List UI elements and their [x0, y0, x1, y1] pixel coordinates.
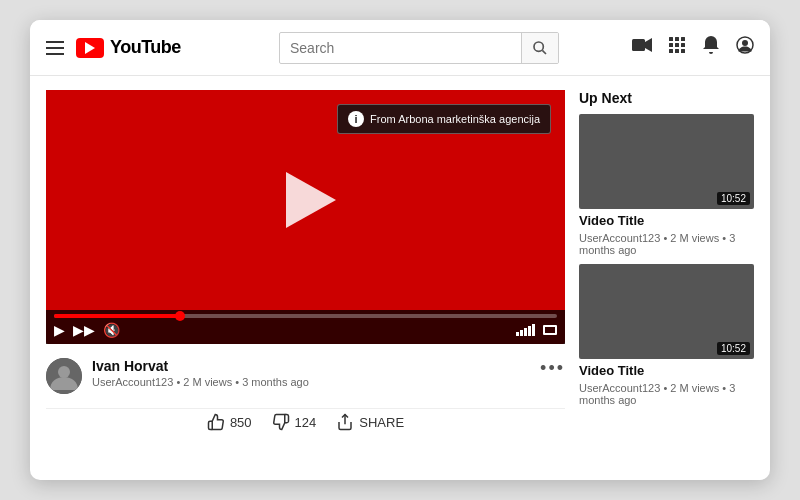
- youtube-logo[interactable]: YouTube: [76, 37, 181, 58]
- channel-details: Ivan Horvat UserAccount123 • 2 M views •…: [92, 358, 309, 388]
- svg-rect-12: [681, 49, 685, 53]
- more-options-icon[interactable]: •••: [540, 358, 565, 379]
- progress-dot: [175, 311, 185, 321]
- fullscreen-icon[interactable]: [543, 325, 557, 335]
- share-icon: [336, 413, 354, 431]
- youtube-logo-icon: [76, 38, 104, 58]
- next-icon[interactable]: ▶▶: [73, 322, 95, 338]
- svg-rect-6: [681, 37, 685, 41]
- sidebar-duration-2: 10:52: [717, 342, 750, 355]
- svg-rect-8: [675, 43, 679, 47]
- like-button[interactable]: 850: [207, 413, 252, 431]
- video-section: i From Arbona marketinška agencija ▶ ▶▶ …: [46, 90, 565, 466]
- thumbs-down-icon: [272, 413, 290, 431]
- info-icon: i: [348, 111, 364, 127]
- up-next-label: Up Next: [579, 90, 754, 106]
- sidebar-video-title-2: Video Title: [579, 363, 754, 378]
- main-content: i From Arbona marketinška agencija ▶ ▶▶ …: [30, 76, 770, 480]
- channel-info: Ivan Horvat UserAccount123 • 2 M views •…: [46, 354, 565, 398]
- user-icon[interactable]: [736, 36, 754, 59]
- search-bar: [279, 32, 559, 64]
- svg-rect-2: [632, 39, 645, 51]
- svg-rect-5: [675, 37, 679, 41]
- svg-point-0: [534, 42, 543, 51]
- navbar-right: [632, 35, 754, 60]
- video-player-wrapper: i From Arbona marketinška agencija ▶ ▶▶ …: [46, 90, 565, 344]
- channel-meta: UserAccount123 • 2 M views • 3 months ag…: [92, 376, 309, 388]
- play-icon[interactable]: ▶: [54, 322, 65, 338]
- play-button-large[interactable]: [286, 172, 336, 228]
- search-input[interactable]: [280, 40, 521, 56]
- svg-rect-10: [669, 49, 673, 53]
- sidebar-video-2[interactable]: 10:52 Video Title UserAccount123 • 2 M v…: [579, 264, 754, 406]
- svg-line-1: [542, 50, 546, 54]
- sidebar-video-meta-1: UserAccount123 • 2 M views • 3 months ag…: [579, 232, 754, 256]
- sidebar-thumb-2[interactable]: 10:52: [579, 264, 754, 359]
- dislike-button[interactable]: 124: [272, 413, 317, 431]
- progress-bar[interactable]: [54, 314, 557, 318]
- sidebar-video-1[interactable]: 10:52 Video Title UserAccount123 • 2 M v…: [579, 114, 754, 256]
- svg-marker-3: [645, 38, 652, 52]
- svg-point-14: [742, 40, 748, 46]
- svg-rect-4: [669, 37, 673, 41]
- bell-icon[interactable]: [702, 35, 720, 60]
- youtube-logo-text: YouTube: [110, 37, 181, 58]
- progress-fill: [54, 314, 180, 318]
- sidebar: Up Next 10:52 Video Title UserAccount123…: [579, 90, 754, 466]
- video-controls: ▶ ▶▶ 🔇: [46, 310, 565, 344]
- svg-rect-9: [681, 43, 685, 47]
- controls-row: ▶ ▶▶ 🔇: [54, 322, 557, 338]
- camera-icon[interactable]: [632, 37, 652, 58]
- search-icon: [532, 40, 548, 56]
- mute-icon[interactable]: 🔇: [103, 322, 120, 338]
- dislike-count: 124: [295, 415, 317, 430]
- video-player[interactable]: i From Arbona marketinška agencija: [46, 90, 565, 310]
- share-button[interactable]: SHARE: [336, 413, 404, 431]
- volume-bar: [516, 324, 535, 336]
- navbar: YouTube: [30, 20, 770, 76]
- avatar[interactable]: [46, 358, 82, 394]
- navbar-center: [206, 32, 632, 64]
- channel-left: Ivan Horvat UserAccount123 • 2 M views •…: [46, 358, 309, 394]
- sidebar-thumb-1[interactable]: 10:52: [579, 114, 754, 209]
- channel-name[interactable]: Ivan Horvat: [92, 358, 309, 374]
- action-row: 850 124 SHARE: [46, 408, 565, 435]
- grid-icon[interactable]: [668, 36, 686, 59]
- like-count: 850: [230, 415, 252, 430]
- ctrl-right: [516, 324, 557, 336]
- sidebar-duration-1: 10:52: [717, 192, 750, 205]
- sidebar-video-title-1: Video Title: [579, 213, 754, 228]
- search-button[interactable]: [521, 33, 558, 63]
- thumbs-up-icon: [207, 413, 225, 431]
- svg-point-16: [58, 366, 70, 378]
- info-popup-text: From Arbona marketinška agencija: [370, 113, 540, 125]
- svg-rect-11: [675, 49, 679, 53]
- navbar-left: YouTube: [46, 37, 206, 58]
- share-label: SHARE: [359, 415, 404, 430]
- info-popup: i From Arbona marketinška agencija: [337, 104, 551, 134]
- browser-window: YouTube: [30, 20, 770, 480]
- svg-rect-7: [669, 43, 673, 47]
- sidebar-video-meta-2: UserAccount123 • 2 M views • 3 months ag…: [579, 382, 754, 406]
- hamburger-icon[interactable]: [46, 41, 64, 55]
